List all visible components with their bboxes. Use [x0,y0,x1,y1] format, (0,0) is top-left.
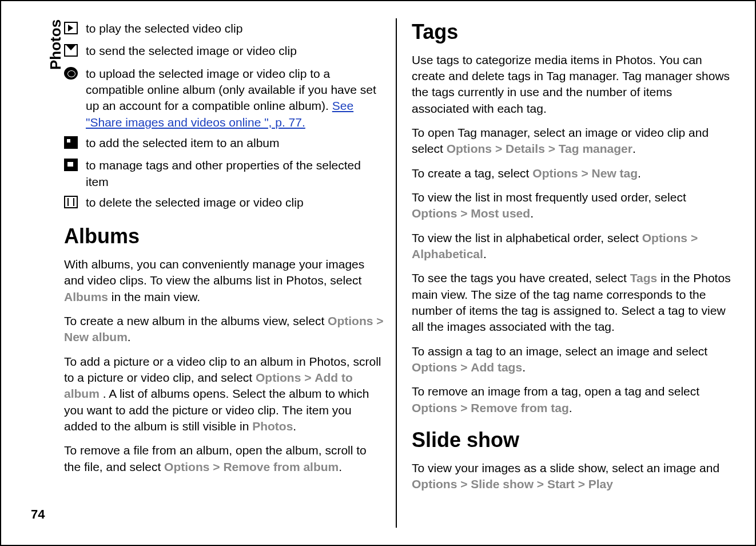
separator: > [548,142,555,155]
tags-p7: To assign a tag to an image, select an i… [412,343,732,376]
action-upload-text: to upload the selected image or video cl… [86,66,384,130]
period: . [638,167,641,180]
menu-albums: Albums [64,290,108,303]
albums-p2: To create a new album in the albums view… [64,313,384,346]
separator: > [213,460,220,473]
slideshow-heading: Slide show [412,426,732,454]
menu-most-used: Most used [471,207,530,220]
action-play: to play the selected video clip [64,21,384,38]
albums-p3b: . A list of albums opens. Select the alb… [64,387,369,433]
separator: > [691,231,698,244]
tags-heading: Tags [412,18,732,46]
period: . [293,420,296,433]
menu-add-tags: Add tags [471,361,522,374]
albums-heading: Albums [64,223,384,251]
page-number: 74 [31,507,45,522]
separator: > [460,477,467,490]
separator: > [460,207,467,220]
tags-p1: Use tags to categorize media items in Ph… [412,52,732,117]
albums-p1b: in the main view. [112,290,200,303]
separator: > [537,477,544,490]
menu-start: Start [547,477,575,490]
right-column: Tags Use tags to categorize media items … [408,18,732,528]
menu-new-tag: New tag [592,167,638,180]
menu-remove-from-tag: Remove from tag [471,401,569,414]
tags-p2: To open Tag manager, select an image or … [412,125,732,157]
separator: > [460,361,467,374]
sidebar: Photos 74 [13,13,53,533]
menu-tags: Tags [630,271,657,284]
period: . [483,247,487,260]
separator: > [578,477,585,490]
menu-options: Options [412,477,457,490]
menu-options: Options [412,207,457,220]
tags-p6a: To see the tags you have created, select [412,271,630,284]
menu-new-album: New album [64,330,128,343]
tags-p3: To create a tag, select Options > New ta… [412,165,732,181]
menu-options: Options [532,167,578,180]
tags-p6: To see the tags you have created, select… [412,270,732,335]
albums-p2a: To create a new album in the albums view… [64,314,328,327]
menu-details: Details [506,142,545,155]
tags-p5a: To view the list in alphabetical order, … [412,231,642,244]
separator: > [304,371,311,384]
menu-photos: Photos [252,420,293,433]
separator: > [376,314,383,327]
slideshow-p1: To view your images as a slide show, sel… [412,460,732,493]
period: . [632,142,636,155]
tags-p4: To view the list in most frequently used… [412,189,732,222]
action-tags: to manage tags and other properties of t… [64,157,384,190]
action-send-text: to send the selected image or video clip [86,43,384,59]
menu-options: Options [642,231,687,244]
tags-p5: To view the list in alphabetical order, … [412,230,732,263]
period: . [522,361,526,374]
action-delete: to delete the selected image or video cl… [64,195,384,212]
albums-p4: To remove a file from an album, open the… [64,442,384,475]
action-add-album: to add the selected item to an album [64,135,384,153]
section-tab: Photos [47,19,65,70]
tags-p3a: To create a tag, select [412,167,532,180]
tag-icon [64,159,78,171]
menu-alphabetical: Alphabetical [412,247,483,260]
manual-page: Photos 74 to play the selected video cli… [0,0,756,546]
action-play-text: to play the selected video clip [86,21,384,37]
menu-tag-manager: Tag manager [559,142,632,155]
albums-p1a: With albums, you can conveniently manage… [64,258,364,287]
album-icon [64,136,78,149]
albums-p3: To add a picture or a video clip to an a… [64,354,384,435]
menu-options: Options [164,460,209,473]
separator: > [460,401,467,414]
tags-p7a: To assign a tag to an image, select an i… [412,345,707,358]
menu-options: Options [412,361,457,374]
left-column: to play the selected video clip to send … [64,18,397,528]
period: . [339,460,342,473]
period: . [128,330,131,343]
action-upload: to upload the selected image or video cl… [64,66,384,130]
separator: > [581,167,588,180]
menu-options: Options [447,142,492,155]
menu-options: Options [328,314,373,327]
envelope-icon [64,44,78,57]
action-album-text: to add the selected item to an album [86,135,384,151]
period: . [530,207,534,220]
menu-slide-show: Slide show [471,477,534,490]
tags-p4a: To view the list in most frequently used… [412,191,686,204]
play-icon [64,22,78,34]
action-send: to send the selected image or video clip [64,43,384,61]
trash-icon [64,196,78,208]
globe-icon [64,67,78,80]
albums-p1: With albums, you can conveniently manage… [64,256,384,305]
separator: > [495,142,502,155]
slideshow-p1a: To view your images as a slide show, sel… [412,461,719,474]
menu-options: Options [412,401,457,414]
menu-play: Play [588,477,613,490]
tags-p8: To remove an image from a tag, open a ta… [412,383,732,416]
action-tags-text: to manage tags and other properties of t… [86,157,384,190]
tags-p8a: To remove an image from a tag, open a ta… [412,385,699,398]
menu-remove-from-album: Remove from album [223,460,339,473]
menu-options: Options [256,371,301,384]
action-delete-text: to delete the selected image or video cl… [86,195,384,211]
period: . [569,401,572,414]
